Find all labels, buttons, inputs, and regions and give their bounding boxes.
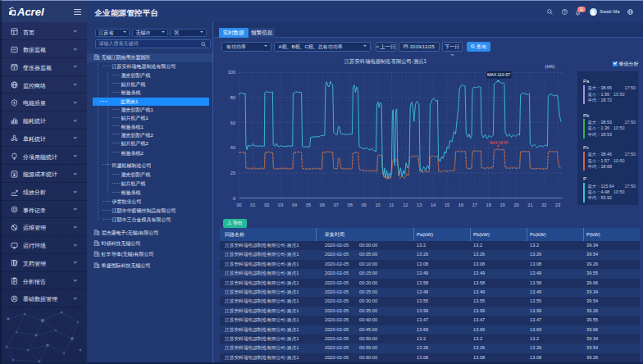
svg-text:15: 15	[445, 202, 449, 207]
svg-text:MAX:38.65: MAX:38.65	[490, 141, 508, 145]
svg-text:18: 18	[486, 202, 491, 207]
svg-text:23: 23	[555, 202, 560, 207]
svg-text:06: 06	[320, 202, 325, 207]
svg-text:0: 0	[233, 196, 235, 201]
svg-text:11: 11	[389, 202, 394, 207]
svg-text:20: 20	[230, 171, 235, 175]
svg-text:07: 07	[334, 202, 339, 207]
svg-text:16: 16	[458, 202, 463, 207]
svg-text:80: 80	[230, 95, 235, 100]
svg-text:17: 17	[472, 202, 477, 207]
svg-text:22: 22	[541, 202, 546, 207]
svg-text:40: 40	[230, 145, 235, 150]
svg-text:05: 05	[306, 202, 311, 207]
svg-text:10: 10	[375, 202, 380, 207]
svg-text:02: 02	[264, 202, 269, 207]
svg-text:03: 03	[278, 202, 283, 207]
svg-text:00: 00	[236, 202, 241, 207]
svg-text:01: 01	[250, 202, 255, 207]
svg-text:60: 60	[230, 121, 235, 125]
svg-text:08: 08	[348, 202, 353, 207]
svg-text:100: 100	[228, 70, 235, 75]
svg-text:MAX:110.97: MAX:110.97	[487, 72, 510, 77]
svg-text:21: 21	[527, 202, 532, 207]
svg-text:14: 14	[431, 202, 436, 207]
svg-text:04: 04	[292, 202, 297, 207]
svg-text:09: 09	[361, 202, 366, 207]
svg-text:13: 13	[417, 202, 422, 207]
svg-text:20: 20	[513, 202, 518, 207]
svg-text:12: 12	[403, 202, 408, 207]
svg-text:19: 19	[499, 202, 504, 207]
